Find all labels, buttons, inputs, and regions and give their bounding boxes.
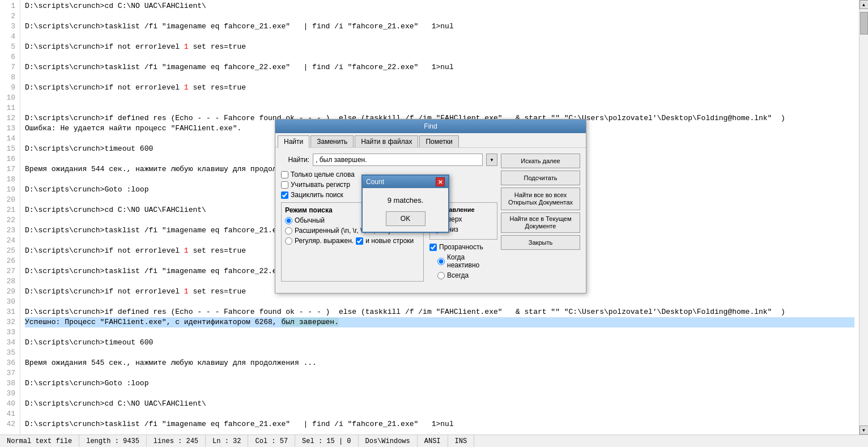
find-title-text: Find — [424, 122, 437, 130]
line-number: 2 — [5, 11, 15, 22]
match-case-label: Учитывать регистр — [291, 181, 350, 189]
find-buttons: Искать далее Подсчитать Найти все во все… — [501, 154, 580, 282]
table-row[interactable]: D:\scripts\crunch>tasklist /fi "imagenam… — [25, 62, 854, 73]
status-col: Col : 57 — [248, 435, 295, 447]
line-number: 19 — [5, 185, 15, 195]
table-row[interactable] — [25, 11, 854, 22]
line-number: 8 — [5, 73, 15, 83]
new-lines-checkbox[interactable] — [356, 237, 363, 245]
line-number: 14 — [5, 134, 15, 144]
table-row[interactable] — [25, 73, 854, 83]
tab-marks[interactable]: Пометки — [419, 135, 458, 147]
find-tabs: Найти Заменить Найти в файлах Пометки — [275, 133, 586, 148]
line-number: 36 — [5, 358, 15, 368]
editor-area: 1234567891011121314151617181920212223242… — [0, 0, 868, 435]
line-number: 25 — [5, 246, 15, 256]
mode-regex-label: Регуляр. выражен. — [295, 237, 354, 245]
line-number: 11 — [5, 103, 15, 113]
whole-word-checkbox[interactable] — [281, 171, 288, 178]
table-row[interactable] — [25, 368, 854, 378]
table-row[interactable]: D:\scripts\crunch>tasklist /fi "imagenam… — [25, 419, 854, 429]
transparency-label: Прозрачность — [439, 243, 483, 251]
line-number: 3 — [5, 22, 15, 32]
table-row[interactable] — [25, 327, 854, 338]
table-row[interactable]: D:\scripts\crunch>cd C:\NO UAC\FAHClient… — [25, 1, 854, 11]
line-number: 5 — [5, 42, 15, 52]
table-row[interactable]: Успешно: Процесс "FAHClient.exe", с иден… — [25, 317, 854, 327]
scroll-up-arrow[interactable]: ▲ — [860, 0, 869, 9]
mode-extended-radio[interactable] — [285, 227, 292, 235]
find-input[interactable] — [313, 154, 483, 166]
line-number: 24 — [5, 236, 15, 246]
find-dialog-title: Find — [275, 120, 586, 133]
always-label: Всегда — [447, 271, 469, 279]
count-modal-title: Count — [366, 178, 384, 186]
find-label: Найти: — [281, 156, 309, 164]
table-row[interactable] — [25, 389, 854, 399]
line-number: 35 — [5, 348, 15, 358]
line-number: 4 — [5, 32, 15, 42]
count-close-button[interactable]: ✕ — [436, 177, 445, 186]
line-number: 31 — [5, 307, 15, 317]
line-number: 18 — [5, 174, 15, 185]
wrap-around-checkbox[interactable] — [281, 191, 288, 199]
line-number: 1 — [5, 1, 15, 11]
line-number: 38 — [5, 378, 15, 389]
line-number: 20 — [5, 195, 15, 205]
table-row[interactable] — [25, 297, 854, 307]
status-encoding: Dos\Windows — [359, 435, 418, 447]
scrollbar-thumb[interactable] — [860, 12, 868, 35]
line-number: 32 — [5, 317, 15, 327]
table-row[interactable]: D:\scripts\crunch>timeout 600 — [25, 338, 854, 348]
line-number: 28 — [5, 276, 15, 287]
match-case-checkbox[interactable] — [281, 181, 288, 189]
find-dropdown-arrow[interactable]: ▼ — [486, 154, 497, 166]
table-row[interactable] — [25, 409, 854, 419]
table-row[interactable] — [25, 52, 854, 62]
count-message: 9 matches. — [388, 196, 424, 205]
status-lines: lines : 245 — [147, 435, 206, 447]
find-next-button[interactable]: Искать далее — [501, 154, 580, 168]
table-row[interactable] — [25, 348, 854, 358]
tab-replace[interactable]: Заменить — [310, 135, 354, 147]
mode-normal-radio[interactable] — [285, 217, 292, 224]
table-row[interactable] — [25, 32, 854, 42]
mode-regex-radio[interactable] — [285, 237, 292, 245]
table-row[interactable]: D:\scripts\crunch>cd C:\NO UAC\FAHClient… — [25, 399, 854, 409]
line-number: 29 — [5, 287, 15, 297]
line-number: 37 — [5, 368, 15, 378]
table-row[interactable]: D:\scripts\crunch>if defined res (Echo -… — [25, 307, 854, 317]
status-file-type: Normal text file — [5, 435, 79, 447]
tab-find[interactable]: Найти — [278, 135, 309, 148]
line-numbers: 1234567891011121314151617181920212223242… — [0, 0, 20, 435]
table-row[interactable]: D:\scripts\crunch>if not errorlevel 1 se… — [25, 42, 854, 52]
line-number: 17 — [5, 164, 15, 174]
count-ok-button[interactable]: OK — [386, 211, 426, 226]
line-number: 42 — [5, 419, 15, 429]
table-row[interactable]: D:\scripts\crunch>Goto :loop — [25, 378, 854, 389]
scroll-down-arrow[interactable]: ▼ — [860, 425, 869, 435]
whole-word-label: Только целые слова — [291, 171, 355, 178]
close-button[interactable]: Закрыть — [501, 235, 580, 250]
find-all-current-button[interactable]: Найти все в Текущем Документе — [501, 212, 580, 233]
scrollbar[interactable]: ▲ ▼ — [859, 0, 868, 435]
find-all-open-button[interactable]: Найти все во всех Открытых Документах — [501, 188, 580, 210]
transparency-checkbox[interactable] — [429, 244, 437, 251]
table-row[interactable] — [25, 93, 854, 103]
line-number: 26 — [5, 256, 15, 266]
count-body: 9 matches. OK — [363, 188, 448, 232]
table-row[interactable] — [25, 103, 854, 113]
line-number: 34 — [5, 338, 15, 348]
tab-find-in-files[interactable]: Найти в файлах — [355, 135, 418, 147]
line-number: 10 — [5, 93, 15, 103]
table-row[interactable]: Время ожидания 545 сек., нажмите любую к… — [25, 358, 854, 368]
count-button[interactable]: Подсчитать — [501, 171, 580, 185]
line-number: 21 — [5, 205, 15, 215]
when-inactive-label: Когда неактивно — [447, 253, 497, 269]
scrollbar-track[interactable] — [860, 9, 868, 425]
table-row[interactable]: D:\scripts\crunch>if not errorlevel 1 se… — [25, 83, 854, 93]
always-radio[interactable] — [437, 272, 445, 279]
line-number: 13 — [5, 124, 15, 134]
table-row[interactable]: D:\scripts\crunch>tasklist /fi "imagenam… — [25, 22, 854, 32]
when-inactive-radio[interactable] — [437, 258, 445, 265]
